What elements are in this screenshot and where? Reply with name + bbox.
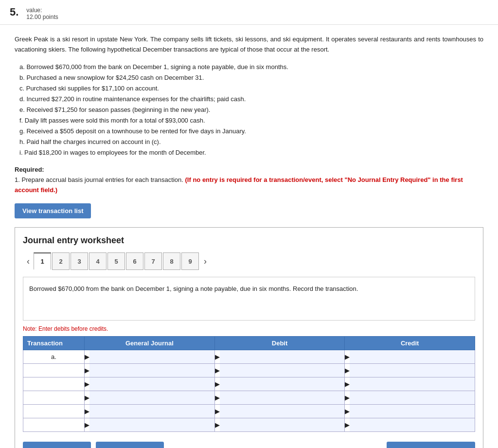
debit-cell-2[interactable]: ▶ — [214, 364, 345, 377]
credit-cell-1[interactable]: ▶ — [345, 350, 475, 364]
credit-arrow-6: ▶ — [345, 421, 350, 429]
tab-8[interactable]: 8 — [163, 252, 180, 270]
transaction-label-1: a. — [23, 350, 85, 364]
credit-cell-3[interactable]: ▶ — [345, 377, 475, 391]
credit-arrow-4: ▶ — [345, 394, 350, 401]
arrow-icon-4: ▶ — [85, 394, 89, 401]
tab-2[interactable]: 2 — [52, 252, 70, 270]
general-journal-input-1[interactable] — [89, 350, 214, 363]
general-journal-cell-4[interactable]: ▶ — [85, 391, 215, 405]
value-label: value: — [26, 7, 58, 14]
required-number: 1. — [15, 176, 20, 183]
general-journal-input-4[interactable] — [89, 391, 214, 404]
debit-arrow-6: ▶ — [215, 421, 220, 429]
question-header: 5. value: 12.00 points — [0, 0, 498, 25]
list-item: e. Received $71,250 for season passes (b… — [19, 105, 483, 115]
general-journal-cell-6[interactable]: ▶ — [85, 418, 215, 432]
debit-cell-6[interactable]: ▶ — [214, 418, 345, 432]
debit-cell-3[interactable]: ▶ — [214, 377, 345, 391]
general-journal-input-5[interactable] — [89, 405, 214, 418]
required-label: Required: — [15, 166, 483, 173]
credit-input-4[interactable] — [350, 391, 475, 404]
table-row: ▶ ▶ ▶ — [23, 405, 475, 418]
debit-arrow-5: ▶ — [215, 408, 220, 415]
general-journal-input-3[interactable] — [89, 377, 214, 391]
transaction-label-3 — [23, 377, 85, 391]
debit-input-1[interactable] — [220, 350, 345, 363]
col-header-credit: Credit — [345, 337, 475, 350]
list-item: a. Borrowed $670,000 from the bank on De… — [19, 62, 483, 72]
debit-input-3[interactable] — [220, 377, 345, 391]
credit-arrow-2: ▶ — [345, 367, 350, 374]
worksheet-title: Journal entry worksheet — [23, 235, 475, 246]
problem-description: Greek Peak is a ski resort in upstate Ne… — [15, 35, 483, 55]
required-section: Required: 1. Prepare accrual basis journ… — [15, 166, 483, 196]
journal-table: Transaction General Journal Debit Credit… — [23, 336, 475, 432]
record-entry-button[interactable]: Record entry — [23, 442, 91, 448]
credit-input-5[interactable] — [350, 405, 475, 418]
general-journal-input-6[interactable] — [89, 418, 214, 431]
debit-arrow-3: ▶ — [215, 380, 220, 388]
table-row: ▶ ▶ ▶ — [23, 377, 475, 391]
transactions-list: a. Borrowed $670,000 from the bank on De… — [15, 62, 483, 159]
transaction-label-5 — [23, 405, 85, 418]
credit-input-6[interactable] — [350, 418, 475, 431]
transaction-label-6 — [23, 418, 85, 432]
general-journal-cell-2[interactable]: ▶ — [85, 364, 215, 377]
tab-3[interactable]: 3 — [71, 252, 88, 270]
debit-input-5[interactable] — [220, 405, 345, 418]
credit-input-1[interactable] — [350, 350, 475, 363]
col-header-transaction: Transaction — [23, 337, 85, 350]
general-journal-cell-1[interactable]: ▶ — [85, 350, 215, 364]
tab-7[interactable]: 7 — [144, 252, 162, 270]
arrow-icon-2: ▶ — [85, 367, 89, 374]
credit-cell-6[interactable]: ▶ — [345, 418, 475, 432]
list-item: f. Daily lift passes were sold this mont… — [19, 115, 483, 126]
table-row: ▶ ▶ ▶ — [23, 418, 475, 432]
debit-cell-5[interactable]: ▶ — [214, 405, 345, 418]
general-journal-cell-5[interactable]: ▶ — [85, 405, 215, 418]
tab-9[interactable]: 9 — [181, 252, 199, 270]
content-area: Greek Peak is a ski resort in upstate Ne… — [0, 25, 498, 448]
general-journal-cell-3[interactable]: ▶ — [85, 377, 215, 391]
tab-1[interactable]: 1 — [34, 252, 51, 270]
debit-input-6[interactable] — [220, 418, 345, 431]
question-meta: value: 12.00 points — [26, 6, 58, 20]
view-general-journal-button[interactable]: View general journal — [387, 442, 475, 448]
clear-entry-button[interactable]: Clear entry — [96, 442, 164, 448]
tab-row: ‹ 1 2 3 4 5 6 7 8 9 › — [23, 252, 475, 270]
tab-4[interactable]: 4 — [89, 252, 107, 270]
tab-6[interactable]: 6 — [126, 252, 143, 270]
credit-arrow-5: ▶ — [345, 408, 350, 415]
credit-input-2[interactable] — [350, 364, 475, 377]
arrow-icon-6: ▶ — [85, 421, 89, 429]
debit-cell-4[interactable]: ▶ — [214, 391, 345, 405]
tab-prev-button[interactable]: ‹ — [23, 254, 34, 269]
debit-input-4[interactable] — [220, 391, 345, 404]
transaction-label-2 — [23, 364, 85, 377]
view-transaction-button[interactable]: View transaction list — [15, 203, 91, 218]
points-value: 12.00 points — [26, 14, 58, 20]
arrow-icon-5: ▶ — [85, 408, 89, 415]
general-journal-input-2[interactable] — [89, 364, 214, 377]
credit-input-3[interactable] — [350, 377, 475, 391]
transaction-label-4 — [23, 391, 85, 405]
list-item: g. Received a $505 deposit on a townhous… — [19, 126, 483, 137]
required-instruction: Prepare accrual basis journal entries fo… — [21, 176, 183, 183]
debit-input-2[interactable] — [220, 364, 345, 377]
worksheet-container: Journal entry worksheet ‹ 1 2 3 4 5 6 7 … — [15, 227, 483, 448]
tab-next-button[interactable]: › — [200, 254, 211, 269]
arrow-icon-3: ▶ — [85, 380, 89, 388]
credit-cell-5[interactable]: ▶ — [345, 405, 475, 418]
credit-cell-2[interactable]: ▶ — [345, 364, 475, 377]
debit-cell-1[interactable]: ▶ — [214, 350, 345, 364]
transaction-description: Borrowed $670,000 from the bank on Decem… — [23, 277, 475, 321]
debit-arrow-4: ▶ — [215, 394, 220, 401]
list-item: c. Purchased ski supplies for $17,100 on… — [19, 83, 483, 94]
credit-arrow-3: ▶ — [345, 380, 350, 388]
credit-cell-4[interactable]: ▶ — [345, 391, 475, 405]
tab-5[interactable]: 5 — [107, 252, 125, 270]
list-item: i. Paid $18,200 in wages to employees fo… — [19, 147, 483, 158]
list-item: b. Purchased a new snowplow for $24,250 … — [19, 72, 483, 83]
col-header-debit: Debit — [214, 337, 345, 350]
